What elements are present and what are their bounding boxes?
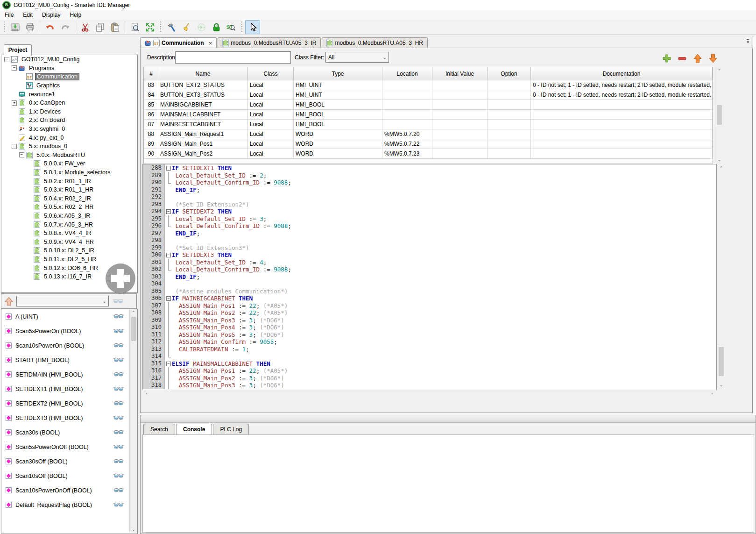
find-button[interactable]: [127, 20, 142, 34]
variables-scrollbar[interactable]: ⌃⌄: [129, 309, 137, 533]
table-vertical-scrollbar[interactable]: ⌃ ⌄: [715, 68, 723, 163]
print-button[interactable]: [22, 20, 37, 34]
cell-cls[interactable]: Local: [248, 110, 294, 120]
cell-type[interactable]: WORD: [294, 129, 382, 139]
bottom-tab-plc-log[interactable]: PLC Log: [213, 424, 249, 434]
tree-item-graphics[interactable]: −Graphics: [1, 81, 137, 90]
cell-name[interactable]: MAINRESETCABBINET: [158, 120, 248, 129]
tree-expander-minus[interactable]: −: [4, 57, 9, 62]
cell-opt[interactable]: [488, 129, 531, 139]
cell-type[interactable]: WORD: [294, 149, 382, 159]
tree-item-2-x-on-board[interactable]: −2.x: On Board: [1, 116, 137, 125]
tree-item-5-0-1-x-module-selectors[interactable]: −5.0.1.x: Module_selectors: [1, 168, 137, 177]
fold-marker[interactable]: −: [165, 295, 172, 302]
table-row[interactable]: 89ASSIGN_Main_Pos1LocalWORD%MW5.0.7.22: [144, 139, 713, 149]
tree-item-5-0-7-x-a05-3-hr[interactable]: −5.0.7.x: A05_3_HR: [1, 220, 137, 229]
editor-vertical-scrollbar[interactable]: ⌃ ⌄: [717, 165, 725, 388]
table-row[interactable]: 88ASSIGN_Main_Request1LocalWORD%MW5.0.7.…: [144, 129, 713, 139]
watch-glasses-icon[interactable]: [113, 430, 124, 435]
cell-num[interactable]: 88: [144, 129, 158, 139]
clean-button[interactable]: [179, 20, 194, 34]
cell-opt[interactable]: [488, 110, 531, 120]
add-variable-button[interactable]: [661, 53, 672, 64]
column-header[interactable]: Option: [488, 67, 531, 80]
bottom-tab-search[interactable]: Search: [143, 424, 175, 434]
fold-marker[interactable]: −: [165, 251, 172, 259]
class-filter-select[interactable]: All ⌄: [325, 52, 389, 63]
cell-num[interactable]: 83: [144, 80, 158, 90]
lock-button[interactable]: [209, 20, 224, 34]
cell-cls[interactable]: Local: [248, 139, 294, 149]
cell-doc[interactable]: [531, 120, 713, 129]
remove-variable-button[interactable]: [677, 53, 688, 64]
tree-expander-minus[interactable]: −: [12, 144, 17, 149]
watched-variable-row[interactable]: SETIDMAIN (HMI_BOOL): [1, 367, 137, 382]
promote-arrow-icon[interactable]: [4, 296, 14, 306]
cell-doc[interactable]: [531, 100, 713, 110]
tree-item-5-0-9-x-vv4-4-hr[interactable]: −5.0.9.x: VV4_4_HR: [1, 237, 137, 246]
cell-name[interactable]: MAINSMALLCABBINET: [158, 110, 248, 120]
description-input[interactable]: [175, 51, 291, 64]
cell-loc[interactable]: [382, 90, 432, 100]
menu-edit[interactable]: Edit: [18, 11, 37, 19]
editor-tab-modbus-0-modbusrtu-a05-3-ir[interactable]: modbus_0.ModbusRTU.A05_3_IR: [218, 37, 321, 48]
cell-init[interactable]: [432, 129, 488, 139]
cell-init[interactable]: [432, 139, 488, 149]
watched-variable-row[interactable]: SETIDEXT1 (HMI_BOOL): [1, 382, 137, 396]
code-line-297[interactable]: 297 END_IF;: [143, 230, 716, 237]
cell-type[interactable]: HMI_BOOL: [294, 110, 382, 120]
watched-variable-row[interactable]: A (UINT): [1, 309, 137, 324]
watch-glasses-icon[interactable]: [113, 415, 124, 420]
watched-variable-row[interactable]: SETIDEXT2 (HMI_BOOL): [1, 396, 137, 411]
tree-item-0-x-canopen[interactable]: +0.x: CanOpen: [1, 99, 137, 107]
code-line-288[interactable]: 288−IF SETIDEXT1 THEN: [143, 164, 716, 172]
transfer-button[interactable]: [194, 20, 209, 34]
cell-num[interactable]: 89: [144, 139, 158, 149]
column-header[interactable]: Documentation: [531, 67, 713, 80]
cell-cls[interactable]: Local: [248, 90, 294, 100]
cell-init[interactable]: [432, 120, 488, 129]
cell-cls[interactable]: Local: [248, 80, 294, 90]
add-extension-button[interactable]: [106, 263, 135, 293]
code-line-305[interactable]: 305 (*Assine modules Communication*): [143, 288, 716, 295]
table-row[interactable]: 85MAINBIGCABBINETLocalHMI_BOOL: [144, 100, 713, 110]
code-line-302[interactable]: 302 Local_Default_Confirm_ID := 9088;: [143, 266, 716, 273]
cell-init[interactable]: [432, 80, 488, 90]
tree-item-1-x-devices[interactable]: −1.x: Devices: [1, 107, 137, 116]
watch-glasses-icon[interactable]: [113, 502, 124, 507]
code-line-293[interactable]: 293 (*Set ID Extension2*): [143, 201, 716, 208]
watched-variable-row[interactable]: Scan10sPowerOn (BOOL): [1, 338, 137, 353]
watch-glasses-icon[interactable]: [113, 473, 124, 478]
cell-cls[interactable]: Local: [248, 120, 294, 129]
code-line-299[interactable]: 299 (*Set ID Extension3*): [143, 244, 716, 252]
cell-type[interactable]: HMI_BOOL: [294, 100, 382, 110]
tab-overflow-dropdown-icon[interactable]: ▾: [747, 39, 749, 44]
watch-glasses-icon[interactable]: [113, 444, 124, 449]
move-up-variable-button[interactable]: [692, 53, 703, 64]
cell-loc[interactable]: [382, 120, 432, 129]
code-line-306[interactable]: 306−IF MAINBIGCABBINET THEN: [143, 295, 716, 302]
code-line-312[interactable]: 312 ASSIGN_Main_Confirm := 9055;: [143, 338, 716, 346]
code-line-298[interactable]: 298: [143, 237, 716, 244]
watched-variable-row[interactable]: Scan10sOff (BOOL): [1, 469, 137, 483]
cell-loc[interactable]: %MW5.0.7.23: [382, 149, 432, 159]
menu-display[interactable]: Display: [37, 11, 65, 19]
variable-filter-combobox[interactable]: ⌄: [16, 296, 109, 306]
cell-type[interactable]: HMI_UINT: [294, 80, 382, 90]
cell-init[interactable]: [432, 100, 488, 110]
cell-loc[interactable]: [382, 100, 432, 110]
tree-expander-plus[interactable]: +: [12, 100, 17, 106]
tree-item-5-0-3-x-r01-1-hr[interactable]: −5.0.3.x: R01_1_HR: [1, 185, 137, 194]
watch-glasses-icon[interactable]: [113, 343, 124, 348]
code-line-317[interactable]: 317 ASSIGN_Main_Pos2 := 3; (*DO6*): [143, 375, 716, 382]
cell-init[interactable]: [432, 110, 488, 120]
tree-item-5-0-5-x-r02-2-hr[interactable]: −5.0.5.x: R02_2_HR: [1, 203, 137, 212]
console-output[interactable]: [142, 434, 754, 533]
column-header[interactable]: Type: [294, 67, 382, 80]
undo-button[interactable]: [42, 20, 57, 34]
save-button[interactable]: [7, 20, 22, 34]
code-line-311[interactable]: 311 ASSIGN_Main_Pos5 := 3; (*DO6*): [143, 331, 716, 339]
cell-doc[interactable]: 0 - ID not set; 1 - ID setted, needs res…: [531, 80, 713, 90]
cell-opt[interactable]: [488, 100, 531, 110]
code-line-295[interactable]: 295 Local_Default_Set_ID := 3;: [143, 215, 716, 223]
